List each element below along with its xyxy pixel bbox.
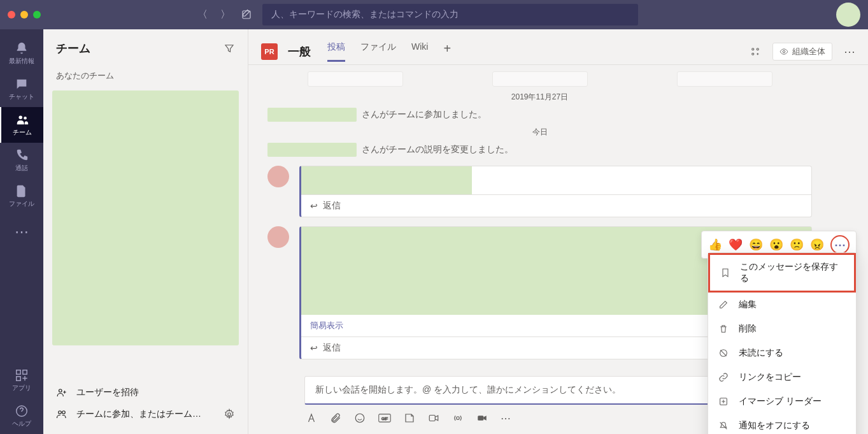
tab-files[interactable]: ファイル: [360, 41, 396, 62]
close-window[interactable]: [8, 11, 15, 18]
sticker-icon[interactable]: [404, 412, 415, 424]
message-avatar[interactable]: [267, 166, 289, 187]
meet-icon[interactable]: [428, 412, 439, 424]
teams-icon: [15, 113, 29, 127]
svg-point-1: [19, 116, 23, 120]
svg-rect-5: [17, 377, 20, 380]
content-area: PR 一般 投稿 ファイル Wiki + 組織全体 ⋯: [248, 29, 868, 434]
file-icon: [15, 184, 29, 198]
sidebar-title: チーム: [56, 41, 90, 56]
more-actions-icon[interactable]: ⋯: [830, 235, 850, 254]
apps-icon: [15, 368, 29, 382]
title-bar: 〈 〉 人、キーワードの検索、またはコマンドの入力: [0, 0, 868, 29]
nav-forward[interactable]: 〉: [220, 8, 231, 22]
apps-grid-icon[interactable]: [750, 46, 761, 57]
format-icon[interactable]: [306, 412, 317, 424]
svg-point-9: [62, 411, 66, 414]
redacted-content: [301, 166, 472, 194]
ctx-mark-unread[interactable]: 未読にする: [708, 341, 856, 365]
new-message-icon[interactable]: [241, 9, 252, 20]
date-divider: 今日: [267, 127, 812, 138]
partial-button: [492, 71, 588, 87]
channel-header: PR 一般 投稿 ファイル Wiki + 組織全体 ⋯: [248, 29, 868, 65]
reaction-like[interactable]: 👍: [708, 238, 722, 252]
message: ↩ 返信: [267, 166, 812, 217]
partial-button: [308, 71, 403, 87]
help-icon: [15, 404, 29, 418]
more-icon: ⋯: [15, 224, 29, 240]
reader-icon: [718, 396, 730, 407]
minimize-window[interactable]: [20, 11, 28, 18]
ctx-immersive-reader[interactable]: イマーシブ リーダー: [708, 389, 856, 414]
nav-back[interactable]: 〈: [197, 8, 208, 22]
gear-icon[interactable]: [224, 409, 235, 420]
search-input[interactable]: 人、キーワードの検索、またはコマンドの入力: [262, 4, 638, 25]
svg-point-21: [457, 417, 460, 420]
ctx-delete[interactable]: 削除: [708, 317, 856, 341]
teams-sidebar: チーム あなたのチーム ユーザーを招待 チームに参加、またはチーム…: [43, 29, 248, 434]
svg-point-11: [752, 48, 754, 50]
team-list-item[interactable]: [52, 90, 239, 345]
tab-wiki[interactable]: Wiki: [411, 41, 428, 62]
reaction-sad[interactable]: 🙁: [790, 238, 804, 252]
ctx-copy-link[interactable]: リンクをコピー: [708, 365, 856, 389]
svg-point-17: [355, 414, 364, 423]
add-tab[interactable]: +: [443, 41, 451, 62]
partial-button: [677, 71, 772, 87]
profile-avatar[interactable]: [836, 3, 860, 27]
join-icon: [56, 409, 68, 420]
search-placeholder: 人、キーワードの検索、またはコマンドの入力: [271, 9, 459, 20]
invite-icon: [56, 387, 68, 398]
reaction-heart[interactable]: ❤️: [729, 238, 743, 252]
join-create-team[interactable]: チームに参加、またはチーム…: [43, 403, 248, 425]
unread-icon: [718, 348, 730, 358]
channel-more-icon[interactable]: ⋯: [844, 45, 855, 59]
org-visibility[interactable]: 組織全体: [772, 43, 832, 61]
rail-help[interactable]: ヘルプ: [0, 398, 43, 434]
rail-calls[interactable]: 通話: [0, 143, 43, 178]
ctx-mute-notifications[interactable]: 通知をオフにする: [708, 414, 856, 434]
rail-chat[interactable]: チャット: [0, 71, 43, 107]
channel-name: 一般: [288, 44, 311, 59]
reaction-laugh[interactable]: 😄: [749, 238, 763, 252]
delete-icon: [718, 324, 730, 334]
message-avatar[interactable]: [267, 226, 289, 248]
reaction-surprised[interactable]: 😮: [769, 238, 783, 252]
svg-point-13: [752, 53, 754, 55]
invite-users[interactable]: ユーザーを招待: [43, 382, 248, 403]
maximize-window[interactable]: [33, 11, 41, 18]
svg-text:GIF: GIF: [381, 416, 388, 421]
rail-more[interactable]: ⋯: [0, 214, 43, 250]
svg-rect-20: [429, 416, 435, 421]
window-controls: [8, 11, 41, 18]
video-icon[interactable]: [476, 412, 488, 424]
svg-rect-22: [478, 416, 483, 421]
filter-icon[interactable]: [224, 43, 235, 54]
ctx-edit[interactable]: 編集: [708, 293, 856, 317]
svg-point-2: [24, 117, 27, 120]
ctx-save-message[interactable]: このメッセージを保存する: [708, 253, 856, 293]
redacted-name: [267, 108, 357, 122]
mute-icon: [718, 421, 730, 431]
reply-icon: ↩: [310, 201, 318, 211]
sidebar-section-label: あなたのチーム: [43, 65, 248, 87]
tab-posts[interactable]: 投稿: [327, 41, 345, 62]
reply-button[interactable]: ↩ 返信: [301, 194, 811, 217]
system-message: さんがチームに参加しました。: [267, 108, 812, 122]
stream-icon[interactable]: [452, 412, 464, 424]
rail-apps[interactable]: アプリ: [0, 363, 43, 398]
date-divider: 2019年11月27日: [267, 92, 812, 103]
svg-rect-3: [17, 370, 20, 374]
rail-files[interactable]: ファイル: [0, 178, 43, 214]
compose-more-icon[interactable]: ⋯: [501, 412, 511, 424]
chat-icon: [15, 77, 29, 91]
reply-icon: ↩: [310, 343, 318, 353]
reaction-angry[interactable]: 😠: [810, 238, 824, 252]
rail-teams[interactable]: チーム: [0, 107, 43, 143]
svg-point-12: [757, 48, 758, 50]
gif-icon[interactable]: GIF: [378, 412, 391, 424]
rail-activity[interactable]: 最新情報: [0, 36, 43, 71]
attach-icon[interactable]: [330, 412, 341, 424]
system-message: さんがチームの説明を変更しました。: [267, 143, 812, 157]
emoji-icon[interactable]: [354, 412, 366, 424]
